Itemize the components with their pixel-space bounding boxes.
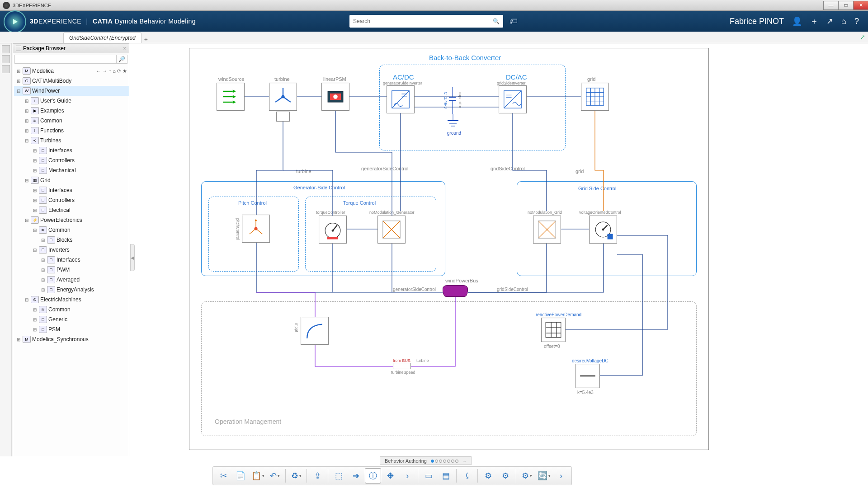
browser-search-icon[interactable]: 🔎: [117, 55, 127, 64]
tree-toggle-icon[interactable]: ⊞: [24, 128, 29, 133]
tree-node-grid[interactable]: ⊟▦Grid: [14, 175, 129, 185]
tree-node-psm[interactable]: ⊞□PSM: [14, 324, 129, 334]
search-box[interactable]: 🔍: [349, 15, 503, 28]
tree-toggle-icon[interactable]: ⊞: [40, 238, 46, 243]
tool-arrow-button[interactable]: ➔: [348, 468, 364, 483]
tree-toggle-icon[interactable]: ⊞: [32, 317, 38, 322]
tree-node-common[interactable]: ⊟≋Common: [14, 225, 129, 235]
tree-node-interfaces[interactable]: ⊞□Interfaces: [14, 255, 129, 265]
tree-toggle-icon[interactable]: ⊞: [32, 327, 38, 332]
block-capacitor[interactable]: [448, 87, 457, 114]
tool-curve-button[interactable]: ⤹: [459, 468, 475, 483]
tree-node-generic[interactable]: ⊞□Generic: [14, 314, 129, 324]
tree-node-windpower[interactable]: ⊟WWindPower: [14, 86, 129, 96]
browser-search-input[interactable]: [14, 55, 117, 64]
tree-node-catiamultibody[interactable]: ⊞CCATIAMultiBody: [14, 76, 129, 86]
tree-toggle-icon[interactable]: ⊞: [16, 79, 21, 84]
tool-block-button[interactable]: ⬚: [330, 468, 347, 483]
maximize-button[interactable]: ▭: [838, 1, 854, 10]
compass-icon[interactable]: [4, 10, 26, 33]
tree-node-interfaces[interactable]: ⊞□Interfaces: [14, 185, 129, 195]
tool-rect-button[interactable]: ▭: [420, 468, 437, 483]
panel-close-icon[interactable]: ×: [123, 45, 126, 52]
tree-toggle-icon[interactable]: ⊟: [16, 89, 21, 94]
tree-node-examples[interactable]: ⊞▶Examples: [14, 106, 129, 116]
package-tree[interactable]: ⊞MModelica← → ↑ ⌂ ⟳ ★⊞CCATIAMultiBody⊟WW…: [13, 65, 129, 486]
tree-toggle-icon[interactable]: ⊞: [16, 337, 21, 342]
page-dots[interactable]: [430, 458, 459, 464]
search-icon[interactable]: 🔍: [493, 18, 500, 24]
tree-node-interfaces[interactable]: ⊞□Interfaces: [14, 145, 129, 155]
behavior-tab[interactable]: Behavior Authoring ⌄: [380, 456, 472, 465]
tree-node-averaged[interactable]: ⊞□Averaged: [14, 275, 129, 285]
block-nomodgen[interactable]: [377, 216, 406, 244]
export-button[interactable]: ⇪: [309, 468, 326, 483]
block-turbine[interactable]: [269, 83, 297, 111]
tool-sync-button[interactable]: 🔄▾: [536, 468, 552, 483]
tool-more-button[interactable]: ›: [553, 468, 569, 483]
block-grid[interactable]: [581, 83, 609, 111]
minimize-button[interactable]: —: [823, 1, 839, 10]
block-nomodgrid[interactable]: [533, 216, 561, 244]
block-linearpsm[interactable]: [321, 83, 349, 111]
block-voc[interactable]: [589, 216, 617, 244]
share-icon[interactable]: ↗: [826, 16, 833, 26]
tree-toggle-icon[interactable]: ⊞: [32, 168, 38, 173]
copy-button[interactable]: 📄: [232, 468, 249, 483]
tree-node-turbines[interactable]: ⊟≺Turbines: [14, 136, 129, 145]
canvas[interactable]: Back-to-Back Converter AC/DC DC/AC windS…: [130, 44, 863, 456]
block-mppt[interactable]: [301, 317, 329, 345]
tree-node-energyanalysis[interactable]: ⊞□EnergyAnalysis: [14, 285, 129, 295]
tree-toggle-icon[interactable]: ⊟: [32, 228, 38, 233]
block-windpowerbus[interactable]: [443, 285, 468, 297]
tool-group-button[interactable]: ▤: [438, 468, 454, 483]
strip-icon-1[interactable]: [2, 45, 10, 53]
tree-node-powerelectronics[interactable]: ⊟⚡PowerElectronics: [14, 215, 129, 225]
chevron-down-icon[interactable]: ⌄: [462, 458, 467, 464]
expand-icon[interactable]: ⤢: [860, 33, 865, 41]
tree-node-pwm[interactable]: ⊞□PWM: [14, 265, 129, 275]
tree-node-inverters[interactable]: ⊟□Inverters: [14, 245, 129, 255]
tree-toggle-icon[interactable]: ⊟: [32, 248, 38, 253]
tree-node-blocks[interactable]: ⊞□Blocks: [14, 235, 129, 245]
tree-toggle-icon[interactable]: ⊞: [16, 69, 21, 74]
block-gridinverter[interactable]: [499, 85, 527, 113]
block-pitchcontrol[interactable]: [242, 215, 270, 243]
block-windsource[interactable]: [217, 83, 245, 111]
tree-toggle-icon[interactable]: ⊞: [40, 258, 46, 263]
tree-toggle-icon[interactable]: ⊞: [32, 188, 38, 193]
tree-toggle-icon[interactable]: ⊟: [24, 218, 29, 223]
home-icon[interactable]: ⌂: [841, 17, 846, 26]
tree-node-controllers[interactable]: ⊞□Controllers: [14, 155, 129, 165]
tree-toggle-icon[interactable]: ⊞: [40, 267, 46, 272]
strip-icon-3[interactable]: [2, 65, 10, 73]
tree-toggle-icon[interactable]: ⊟: [24, 178, 29, 183]
tree-toggle-icon[interactable]: ⊞: [24, 118, 29, 123]
tree-toggle-icon[interactable]: ⊟: [24, 138, 29, 143]
tool-next-button[interactable]: ›: [399, 468, 415, 483]
tab-add-button[interactable]: +: [144, 36, 148, 43]
tree-toggle-icon[interactable]: ⊞: [24, 108, 29, 113]
tab-gridsidecontrol[interactable]: GridSideControl (Encrypted: [63, 33, 142, 43]
tool-config-button[interactable]: ⚙: [480, 468, 496, 483]
tree-toggle-icon[interactable]: ⊞: [24, 99, 29, 103]
block-geninverter[interactable]: [387, 85, 415, 113]
tree-toggle-icon[interactable]: ⊞: [32, 148, 38, 153]
tree-toggle-icon[interactable]: ⊞: [32, 158, 38, 163]
tree-toggle-icon[interactable]: ⊞: [40, 287, 46, 292]
block-torquecontroller[interactable]: [319, 216, 347, 244]
block-desiredvdc[interactable]: [576, 364, 600, 388]
tree-node-electricmachines[interactable]: ⊟⊙ElectricMachines: [14, 295, 129, 305]
paste-button[interactable]: 📋▾: [250, 468, 266, 483]
refresh-button[interactable]: ♻▾: [288, 468, 304, 483]
tree-toggle-icon[interactable]: ⊟: [24, 297, 29, 302]
tree-toggle-icon[interactable]: ⊞: [32, 307, 38, 312]
tree-node-user-s-guide[interactable]: ⊞iUser's Guide: [14, 96, 129, 106]
cut-button[interactable]: ✂: [215, 468, 231, 483]
help-icon[interactable]: ?: [854, 17, 859, 26]
tree-node-modelica[interactable]: ⊞MModelica← → ↑ ⌂ ⟳ ★: [14, 66, 129, 76]
tree-toggle-icon[interactable]: ⊞: [40, 277, 46, 282]
block-ground[interactable]: [446, 114, 460, 130]
block-frombus[interactable]: [393, 363, 411, 369]
tag-icon[interactable]: 🏷: [509, 17, 518, 26]
